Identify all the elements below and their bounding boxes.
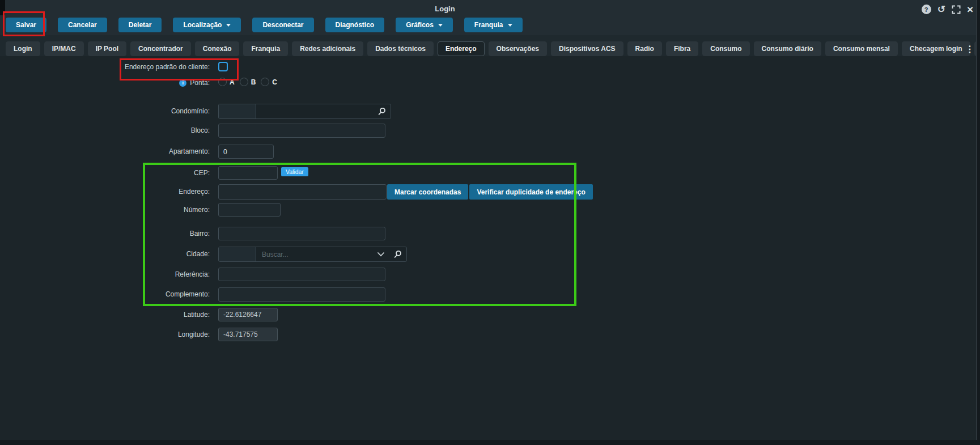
deletar-button[interactable]: Deletar <box>118 18 162 32</box>
tab-endereco[interactable]: Endereço <box>438 41 485 56</box>
cidade-code-input[interactable] <box>219 247 256 261</box>
info-icon[interactable]: i <box>179 79 186 87</box>
diagnostico-label: Diagnóstico <box>336 21 375 29</box>
close-icon[interactable]: × <box>967 4 973 15</box>
address-form: Endereço padrão do cliente: i Ponta: A B… <box>0 56 976 440</box>
bloco-label: Bloco: <box>0 124 210 138</box>
salvar-label: Salvar <box>16 21 36 29</box>
desconectar-label: Desconectar <box>262 21 303 29</box>
right-scrollbar-track[interactable] <box>976 0 980 440</box>
fullscreen-icon[interactable] <box>952 5 961 14</box>
numero-input[interactable] <box>218 203 281 217</box>
cidade-lookup-group: Buscar... <box>218 247 407 262</box>
tab-ip-mac[interactable]: IP/MAC <box>44 41 84 56</box>
titlebar-icons: ? ↺ × <box>922 4 973 15</box>
tab-concentrador[interactable]: Concentrador <box>130 41 191 56</box>
ponta-row: i Ponta: A B C <box>0 77 964 87</box>
bairro-label: Bairro: <box>0 227 210 240</box>
numero-label: Número: <box>0 203 210 217</box>
complemento-input[interactable] <box>218 287 385 302</box>
default-address-checkbox[interactable] <box>218 62 228 71</box>
latitude-input[interactable] <box>218 308 278 321</box>
deletar-label: Deletar <box>129 21 152 29</box>
numero-row: Número: <box>0 203 964 217</box>
graficos-label: Gráficos <box>406 21 434 29</box>
localizacao-label: Localização <box>183 21 222 29</box>
franquia-label: Franquia <box>474 21 503 29</box>
corner-notch <box>0 0 5 15</box>
tab-login[interactable]: Login <box>6 41 40 56</box>
graficos-dropdown-button[interactable]: Gráficos <box>396 18 453 32</box>
tabs: Login IP/MAC IP Pool Concentrador Conexã… <box>6 41 980 56</box>
tab-observacoes[interactable]: Observações <box>489 41 547 56</box>
tab-strip: Login IP/MAC IP Pool Concentrador Conexã… <box>0 35 980 56</box>
referencia-row: Referência: <box>0 268 964 281</box>
tab-radio[interactable]: Radio <box>627 41 662 56</box>
history-icon[interactable]: ↺ <box>937 5 945 14</box>
cancelar-label: Cancelar <box>68 21 97 29</box>
tab-overflow-icon[interactable]: ⋮ <box>964 41 975 56</box>
tab-dados-tecnicos[interactable]: Dados técnicos <box>367 41 434 56</box>
cidade-row: Cidade: Buscar... <box>0 247 964 262</box>
localizacao-dropdown-button[interactable]: Localização <box>173 18 241 32</box>
default-address-label: Endereço padrão do cliente: <box>0 60 210 74</box>
referencia-label: Referência: <box>0 268 210 281</box>
default-address-row: Endereço padrão do cliente: <box>0 60 964 74</box>
chevron-down-icon[interactable] <box>373 247 389 261</box>
tab-fibra[interactable]: Fibra <box>666 41 698 56</box>
condominio-search-icon[interactable] <box>373 104 391 118</box>
toolbar: Salvar Cancelar Deletar Localização Desc… <box>6 18 523 32</box>
cidade-search-icon[interactable] <box>389 247 406 261</box>
window-titlebar: Login ? ↺ × Salvar Cancelar Deletar Loca… <box>0 0 980 35</box>
salvar-button[interactable]: Salvar <box>6 18 46 32</box>
marcar-coordenadas-button[interactable]: Marcar coordenadas <box>387 184 468 200</box>
ponta-radio-b[interactable] <box>240 78 248 86</box>
bairro-input[interactable] <box>218 227 385 240</box>
endereco-label: Endereço: <box>0 184 210 200</box>
tab-checagem-login[interactable]: Checagem login <box>902 41 970 56</box>
tab-redes-adicionais[interactable]: Redes adicionais <box>292 41 363 56</box>
latitude-label: Latitude: <box>0 308 210 321</box>
tab-consumo-diario[interactable]: Consumo diário <box>754 41 821 56</box>
tab-dispositivos-acs[interactable]: Dispositivos ACS <box>551 41 623 56</box>
referencia-input[interactable] <box>218 268 385 281</box>
verificar-duplicidade-button[interactable]: Verificar duplicidade de endereço <box>469 184 592 200</box>
longitude-input[interactable] <box>218 328 278 341</box>
ponta-radio-c[interactable] <box>261 78 269 86</box>
ponta-label: Ponta: <box>190 78 210 88</box>
longitude-row: Longitude: <box>0 328 964 341</box>
complemento-label: Complemento: <box>0 287 210 302</box>
condominio-label: Condomínio: <box>0 104 210 119</box>
tab-consumo-mensal[interactable]: Consumo mensal <box>825 41 898 56</box>
tab-conexao[interactable]: Conexão <box>195 41 240 56</box>
cep-input[interactable] <box>218 166 278 180</box>
cancelar-button[interactable]: Cancelar <box>58 18 107 32</box>
apartamento-input[interactable] <box>218 145 274 159</box>
tab-franquia[interactable]: Franquia <box>243 41 288 56</box>
tab-ip-pool[interactable]: IP Pool <box>88 41 126 56</box>
condominio-code-input[interactable] <box>219 104 256 118</box>
cidade-select-placeholder: Buscar... <box>256 251 373 258</box>
validar-button[interactable]: Validar <box>281 167 308 176</box>
cep-label: CEP: <box>0 166 210 180</box>
franquia-dropdown-button[interactable]: Franquia <box>464 18 523 32</box>
condominio-row: Condomínio: <box>0 104 964 119</box>
ponta-radio-a[interactable] <box>218 78 227 86</box>
endereco-row: Endereço: Marcar coordenadas Verificar d… <box>0 184 964 200</box>
bloco-input[interactable] <box>218 124 385 138</box>
endereco-input[interactable] <box>218 184 387 200</box>
apartamento-label: Apartamento: <box>0 145 210 159</box>
caret-down-icon <box>508 24 512 27</box>
cep-row: CEP: Validar <box>0 166 964 180</box>
window-title: Login <box>397 5 493 13</box>
help-icon[interactable]: ? <box>922 5 931 14</box>
ponta-option-a-label: A <box>230 78 235 86</box>
tab-consumo[interactable]: Consumo <box>702 41 749 56</box>
bloco-row: Bloco: <box>0 124 964 138</box>
diagnostico-button[interactable]: Diagnóstico <box>325 18 385 32</box>
cidade-label: Cidade: <box>0 247 210 262</box>
caret-down-icon <box>438 24 443 27</box>
longitude-label: Longitude: <box>0 328 210 341</box>
condominio-lookup-group <box>218 104 391 119</box>
desconectar-button[interactable]: Desconectar <box>252 18 313 32</box>
